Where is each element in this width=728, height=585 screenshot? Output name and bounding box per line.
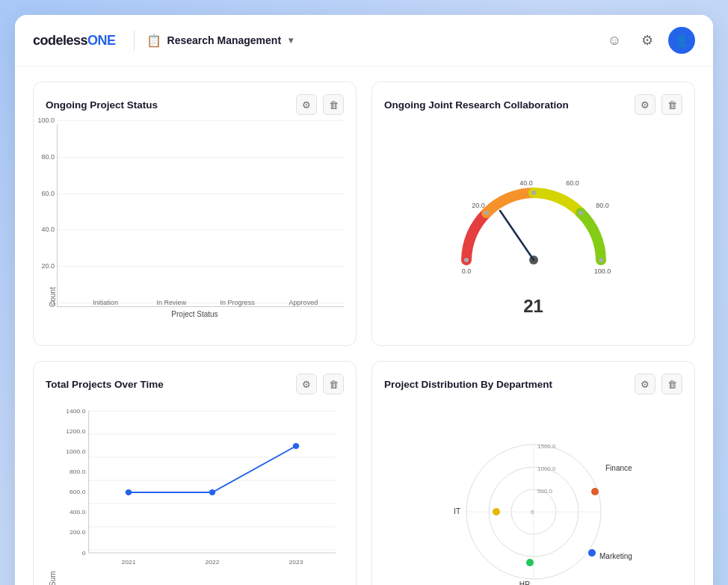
bar-in-progress-label: In Progress (220, 299, 255, 306)
line-chart-inner: Sum (46, 403, 344, 585)
widget-line-chart-actions: ⚙ 🗑 (296, 374, 344, 394)
line-chart-svg: 1400.0 1200.0 1000.0 800.0 600.0 400.0 2… (57, 403, 344, 568)
svg-text:800.0: 800.0 (70, 468, 86, 475)
bar-chart-area: Count 100.0 80.0 60.0 40.0 20.0 0 (46, 124, 344, 318)
nav-label: Research Management (167, 34, 282, 46)
widget-gauge-chart: Ongoing Joint Research Collaboration ⚙ 🗑 (371, 81, 695, 346)
widget-gauge-chart-actions: ⚙ 🗑 (635, 94, 682, 115)
svg-text:200.0: 200.0 (70, 529, 86, 536)
svg-text:80.0: 80.0 (596, 202, 609, 209)
logo-accent: ONE (87, 33, 116, 48)
widget-gauge-chart-header: Ongoing Joint Research Collaboration ⚙ 🗑 (384, 94, 682, 115)
main-content: Ongoing Project Status ⚙ 🗑 Count 100.0 8… (15, 66, 713, 585)
header-divider (134, 30, 135, 51)
gauge-chart-area: 0.0 20.0 40.0 60.0 80.0 100.0 (384, 124, 682, 333)
widget-polar-chart: Project Distribution By Department ⚙ 🗑 (371, 361, 695, 585)
widget-bar-chart-actions: ⚙ 🗑 (296, 94, 344, 115)
svg-text:0: 0 (531, 509, 534, 516)
svg-point-11 (579, 211, 583, 215)
gauge-chart-settings-button[interactable]: ⚙ (635, 94, 655, 115)
svg-point-33 (126, 489, 132, 495)
book-icon: 📋 (146, 34, 161, 48)
svg-text:1000.0: 1000.0 (66, 448, 85, 455)
bar-in-review: In Review (138, 296, 204, 306)
bar-approved-label: Approved (289, 299, 318, 306)
nav-caret: ▾ (289, 35, 293, 46)
svg-point-12 (599, 258, 603, 262)
header: codelessONE 📋 Research Management ▾ ☺ ⚙ … (15, 15, 713, 66)
svg-text:0: 0 (82, 550, 86, 557)
svg-text:1500.0: 1500.0 (537, 443, 556, 450)
line-chart-delete-button[interactable]: 🗑 (323, 374, 344, 394)
gauge-value: 21 (523, 296, 543, 317)
svg-text:400.0: 400.0 (70, 509, 86, 516)
widget-gauge-chart-title: Ongoing Joint Research Collaboration (384, 99, 569, 111)
svg-text:40.0: 40.0 (519, 179, 533, 187)
header-icons: ☺ ⚙ 👤 (602, 27, 695, 54)
bar-initiation: Initiation (73, 296, 138, 306)
bar-chart-delete-button[interactable]: 🗑 (323, 94, 344, 115)
svg-text:1400.0: 1400.0 (66, 408, 85, 415)
avatar-button[interactable]: 👤 (668, 27, 695, 54)
svg-text:Finance: Finance (605, 464, 632, 472)
svg-text:20.0: 20.0 (472, 202, 485, 209)
bar-initiation-label: Initiation (93, 299, 118, 306)
widget-polar-chart-title: Project Distribution By Department (384, 379, 552, 390)
widget-polar-chart-actions: ⚙ 🗑 (635, 374, 682, 394)
line-chart-y-label: Sum (46, 403, 57, 585)
bar-in-review-label: In Review (157, 299, 187, 306)
bar-in-progress: In Progress (205, 296, 271, 306)
line-chart-area: Sum (46, 403, 344, 585)
app-container: codelessONE 📋 Research Management ▾ ☺ ⚙ … (15, 15, 713, 585)
svg-text:0.0: 0.0 (461, 267, 471, 275)
bar-chart-settings-button[interactable]: ⚙ (296, 94, 317, 115)
bar-approved: Approved (271, 296, 336, 306)
gauge-svg: 0.0 20.0 40.0 60.0 80.0 100.0 (429, 140, 638, 290)
settings-button[interactable]: ⚙ (635, 28, 659, 52)
polar-chart-settings-button[interactable]: ⚙ (635, 374, 655, 394)
svg-text:500.0: 500.0 (537, 488, 553, 495)
svg-point-8 (464, 258, 469, 262)
bar-chart-grid: 100.0 80.0 60.0 40.0 20.0 0 Initiation (57, 124, 344, 307)
nav-item-research[interactable]: 📋 Research Management ▾ (146, 34, 294, 48)
svg-text:600.0: 600.0 (70, 489, 86, 495)
svg-text:100.0: 100.0 (593, 267, 611, 275)
svg-point-34 (209, 489, 216, 495)
polar-chart-delete-button[interactable]: 🗑 (661, 374, 682, 394)
line-chart-settings-button[interactable]: ⚙ (296, 374, 317, 394)
smiley-button[interactable]: ☺ (602, 28, 626, 52)
svg-point-10 (531, 191, 536, 195)
bar-chart-y-label: Count (46, 124, 57, 307)
widget-polar-chart-header: Project Distribution By Department ⚙ 🗑 (384, 374, 682, 394)
polar-chart-svg: 500.0 1000.0 1500.0 0 IT Finance Marketi… (414, 403, 653, 585)
svg-text:IT: IT (454, 507, 460, 516)
svg-point-50 (591, 488, 599, 495)
svg-point-51 (588, 549, 596, 557)
logo: codelessONE (33, 33, 116, 49)
widget-bar-chart-header: Ongoing Project Status ⚙ 🗑 (46, 94, 344, 115)
bar-chart-plot: 100.0 80.0 60.0 40.0 20.0 0 Initiation (57, 124, 344, 307)
svg-text:HR: HR (519, 581, 529, 585)
widget-bar-chart: Ongoing Project Status ⚙ 🗑 Count 100.0 8… (33, 81, 357, 346)
widget-line-chart: Total Projects Over Time ⚙ 🗑 Sum (33, 361, 357, 585)
widget-bar-chart-title: Ongoing Project Status (46, 99, 158, 111)
svg-text:1200.0: 1200.0 (66, 428, 85, 435)
svg-point-35 (293, 443, 300, 449)
widget-line-chart-header: Total Projects Over Time ⚙ 🗑 (46, 374, 344, 394)
bar-chart-inner: Count 100.0 80.0 60.0 40.0 20.0 0 (46, 124, 344, 307)
svg-point-9 (484, 211, 489, 215)
polar-chart-area: 500.0 1000.0 1500.0 0 IT Finance Marketi… (384, 403, 682, 585)
svg-text:2023: 2023 (289, 559, 303, 566)
svg-text:60.0: 60.0 (566, 179, 579, 187)
svg-line-7 (500, 211, 534, 260)
bar-chart-x-label: Project Status (46, 310, 344, 318)
svg-text:2022: 2022 (206, 559, 220, 566)
svg-text:2021: 2021 (122, 559, 136, 566)
svg-point-49 (493, 508, 500, 516)
svg-text:1000.0: 1000.0 (537, 465, 556, 472)
svg-text:Marketing: Marketing (599, 552, 632, 560)
bars-container: Initiation In Review In Progress (73, 124, 336, 306)
widget-line-chart-title: Total Projects Over Time (46, 379, 164, 390)
svg-point-52 (526, 559, 534, 566)
gauge-chart-delete-button[interactable]: 🗑 (661, 94, 682, 115)
